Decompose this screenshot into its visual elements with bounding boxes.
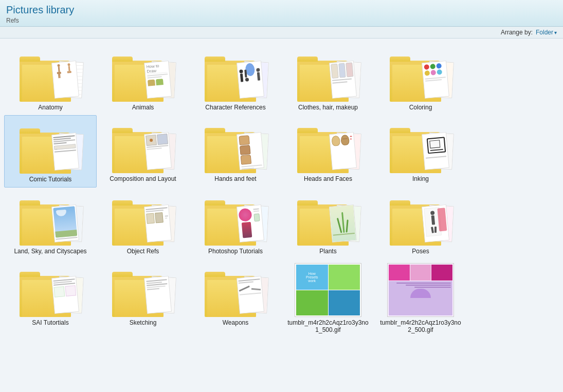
folder-heads-faces[interactable]: Heads and Faces: [282, 115, 374, 188]
folder-label-inking: Inking: [412, 175, 429, 182]
folder-icon-composition: [110, 119, 176, 173]
folder-icon-heads-faces: [295, 119, 361, 173]
chevron-down-icon: ▾: [554, 30, 557, 35]
folder-sai[interactable]: SAI Tutortials: [4, 259, 97, 338]
folder-label-coloring: Coloring: [409, 104, 432, 111]
thumb-image-thumb2: [387, 263, 454, 317]
folder-anatomy[interactable]: Anatomy: [4, 44, 97, 115]
folder-clothes[interactable]: Clothes, hair, makeup: [282, 44, 374, 115]
folder-label-sai: SAI Tutortials: [32, 319, 68, 326]
folder-icon-animals: How to Draw: [110, 48, 176, 102]
folder-land-sky[interactable]: Land, Sky, and Cityscapes: [4, 188, 97, 259]
folder-comic-tutorials[interactable]: ... Comic Tutorials: [4, 115, 97, 188]
thumb-thumb2[interactable]: tumblr_m4r2h2cAqz1ro3y3no2_500.gif: [374, 259, 467, 338]
folder-icon-clothes: [295, 48, 361, 102]
folder-object-refs[interactable]: Object Refs: [97, 188, 189, 259]
folder-inking[interactable]: Inking: [374, 115, 467, 188]
folder-weapons[interactable]: Weapons: [189, 259, 282, 338]
folder-label-heads-faces: Heads and Faces: [304, 175, 352, 182]
folder-label-weapons: Weapons: [223, 319, 248, 326]
page-title: Pictures library: [6, 4, 557, 16]
folder-icon-object-refs: [110, 192, 176, 246]
folder-label-land-sky: Land, Sky, and Cityscapes: [14, 248, 86, 255]
folder-hands-feet[interactable]: Hands and feet: [189, 115, 282, 188]
folder-label-sketching: Sketching: [130, 319, 157, 326]
folder-icon-hands-feet: [202, 119, 269, 173]
folder-label-hands-feet: Hands and feet: [214, 175, 256, 182]
folder-icon-sai: [17, 263, 84, 317]
folder-label-anatomy: Anatomy: [38, 104, 62, 111]
thumb-image-thumb1: HowPresetswork: [295, 263, 361, 317]
folder-label-clothes: Clothes, hair, makeup: [298, 104, 358, 111]
folder-icon-plants: [295, 192, 361, 246]
folder-icon-coloring: [387, 48, 454, 102]
folder-icon-sketching: [110, 263, 176, 317]
folder-character-references[interactable]: Character References: [189, 44, 282, 115]
thumb-label-thumb2: tumblr_m4r2h2cAqz1ro3y3no2_500.gif: [379, 319, 462, 333]
folder-icon-character-references: [202, 48, 269, 102]
folder-label-plants: Plants: [319, 248, 336, 255]
folder-icon-anatomy: [17, 48, 84, 102]
folder-poses[interactable]: Poses: [374, 188, 467, 259]
folder-plants[interactable]: Plants: [282, 188, 374, 259]
arrange-dropdown[interactable]: Folder ▾: [536, 29, 557, 36]
folder-label-poses: Poses: [412, 248, 429, 255]
folder-coloring[interactable]: Coloring: [374, 44, 467, 115]
folder-label-animals: Animals: [132, 104, 154, 111]
folder-animals[interactable]: How to Draw Animals: [97, 44, 189, 115]
thumb-thumb1[interactable]: HowPresetswork tumblr_m4r2h2cAqz1ro3y3no…: [282, 259, 374, 338]
folder-icon-land-sky: [17, 192, 84, 246]
folder-icon-weapons: [202, 263, 269, 317]
folder-icon-photoshop: [202, 192, 269, 246]
folder-icon-inking: [387, 119, 454, 173]
breadcrumb: Refs: [6, 17, 557, 24]
folder-label-character-references: Character References: [205, 104, 265, 111]
folder-sketching[interactable]: Sketching: [97, 259, 189, 338]
thumb-label-thumb1: tumblr_m4r2h2cAqz1ro3y3no1_500.gif: [287, 319, 369, 333]
folder-label-comic-tutorials: Comic Tutorials: [29, 176, 72, 183]
folder-label-photoshop: Photoshop Tutorials: [208, 248, 263, 255]
folder-label-object-refs: Object Refs: [127, 248, 159, 255]
folder-photoshop[interactable]: Photoshop Tutorials: [189, 188, 282, 259]
folder-icon-comic-tutorials: ...: [17, 120, 84, 174]
arrange-label: Arrange by:: [501, 29, 533, 36]
folder-composition[interactable]: Composition and Layout: [97, 115, 189, 188]
header: Pictures library Refs Arrange by: Folder…: [0, 0, 563, 39]
file-grid: Anatomy How to Draw: [0, 39, 563, 343]
folder-label-composition: Composition and Layout: [110, 175, 176, 182]
folder-icon-poses: [387, 192, 454, 246]
